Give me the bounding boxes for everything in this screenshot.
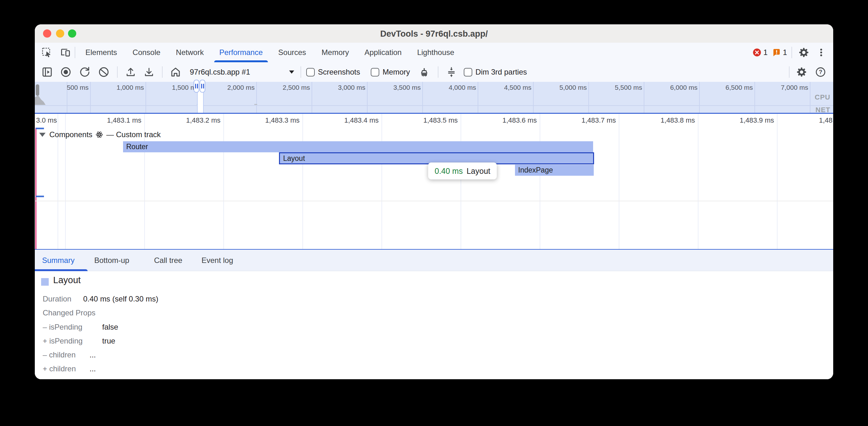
- components-track-header[interactable]: Components — Custom track: [39, 130, 161, 139]
- flame-chart[interactable]: Components — Custom track Router Layout …: [35, 128, 833, 249]
- more-options-icon[interactable]: [815, 47, 827, 58]
- ruler-tick: 3.0 ms: [36, 116, 57, 125]
- device-toolbar-icon[interactable]: [56, 47, 75, 58]
- target-selector[interactable]: 97r6ql.csb.app #1: [190, 68, 294, 76]
- collapse-flame-icon[interactable]: [443, 66, 460, 78]
- ruler-tick: 1,48: [819, 116, 833, 125]
- tab-event-log[interactable]: Event log: [202, 250, 233, 271]
- clear-icon[interactable]: [94, 66, 113, 78]
- save-profile-icon[interactable]: [140, 66, 158, 78]
- screenshots-checkbox[interactable]: Screenshots: [306, 68, 360, 76]
- ruler-tick: 1,483.2 ms: [186, 116, 220, 125]
- ruler-tick: 1,483.1 ms: [107, 116, 142, 125]
- error-counter[interactable]: 1: [752, 48, 767, 57]
- tab-application[interactable]: Application: [364, 43, 401, 62]
- error-icon: [752, 48, 762, 57]
- tab-memory[interactable]: Memory: [322, 43, 349, 62]
- summary-title: Layout: [53, 275, 81, 285]
- close-window-button[interactable]: [43, 29, 51, 38]
- checkbox: [306, 68, 315, 76]
- overview-tick: 5,500 ms: [615, 84, 642, 91]
- tab-bottom-up[interactable]: Bottom-up: [94, 250, 129, 271]
- overview-tick: 3,000 ms: [338, 84, 365, 91]
- overview-tick: 1,000 ms: [117, 84, 144, 91]
- ruler-tick: 1,483.5 ms: [423, 116, 458, 125]
- prop-row: + isPending true: [43, 336, 83, 346]
- overview-tick: 4,000 ms: [449, 84, 476, 91]
- overview-tick: 3,500 ms: [394, 84, 421, 91]
- devtools-window: DevTools - 97r6ql.csb.app/ Elements Cons…: [35, 24, 833, 379]
- duration-row: Duration 0.40 ms (self 0.30 ms): [43, 295, 71, 303]
- warning-counter[interactable]: 1: [772, 48, 787, 57]
- range-left-handle[interactable]: [194, 79, 199, 93]
- divider: [117, 66, 118, 78]
- minimize-window-button[interactable]: [56, 29, 64, 38]
- event-indexpage[interactable]: IndexPage: [515, 165, 594, 176]
- track-name: Components: [49, 130, 92, 139]
- overview-tick: 4,500 ms: [504, 84, 531, 91]
- warning-icon: [772, 48, 781, 57]
- event-color-swatch: [41, 278, 49, 286]
- devtools-tabbar: Elements Console Network Performance Sou…: [35, 43, 833, 63]
- net-lane-divider: [35, 105, 833, 106]
- overview-tick: 2,000 ms: [227, 84, 255, 91]
- load-profile-icon[interactable]: [121, 66, 140, 78]
- divider: [789, 66, 789, 78]
- event-router[interactable]: Router: [123, 141, 593, 152]
- tab-summary[interactable]: Summary: [42, 250, 75, 271]
- toggle-live-metrics-icon[interactable]: [38, 66, 56, 78]
- memory-checkbox[interactable]: Memory: [371, 68, 410, 76]
- divider: [438, 66, 438, 78]
- cpu-activity-hill: [35, 95, 45, 105]
- chevron-down-icon: [289, 70, 294, 74]
- tab-call-tree[interactable]: Call tree: [154, 250, 182, 271]
- tab-console[interactable]: Console: [132, 43, 160, 62]
- record-icon[interactable]: [56, 66, 75, 78]
- record-and-reload-icon[interactable]: [75, 66, 94, 78]
- event-tooltip: 0.40 ms Layout: [428, 162, 497, 179]
- ruler-tick: 1,483.6 ms: [502, 116, 537, 125]
- home-icon[interactable]: [166, 66, 185, 78]
- detail-time-ruler: 3.0 ms 1,483.1 ms 1,483.2 ms 1,483.3 ms …: [35, 114, 833, 128]
- timeline-overview[interactable]: 500 ms 1,000 ms 1,500 ms 2,000 ms 2,500 …: [35, 82, 833, 113]
- help-icon[interactable]: ?: [814, 66, 828, 78]
- collect-garbage-icon[interactable]: [415, 66, 433, 78]
- tab-performance[interactable]: Performance: [219, 43, 262, 62]
- range-right-handle[interactable]: [199, 79, 205, 93]
- prop-row: + children ...: [43, 364, 76, 373]
- settings-gear-icon[interactable]: [797, 47, 811, 58]
- overview-tick: 5,000 ms: [560, 84, 587, 91]
- overview-tick: 7,000 ms: [781, 84, 808, 91]
- tab-lighthouse[interactable]: Lighthouse: [417, 43, 454, 62]
- titlebar: DevTools - 97r6ql.csb.app/: [35, 24, 833, 43]
- capture-settings-gear-icon[interactable]: [795, 66, 809, 78]
- track-suffix: — Custom track: [106, 130, 161, 139]
- tab-elements[interactable]: Elements: [85, 43, 117, 62]
- divider: [162, 66, 163, 78]
- prop-row: – isPending false: [43, 323, 82, 331]
- cpu-activity-start: [36, 85, 39, 96]
- tab-network[interactable]: Network: [176, 43, 204, 62]
- tab-sources[interactable]: Sources: [278, 43, 306, 62]
- ruler-tick: 1,483.3 ms: [265, 116, 300, 125]
- react-atom-icon: [96, 131, 103, 138]
- ruler-tick: 1,483.7 ms: [581, 116, 616, 125]
- tooltip-name: Layout: [467, 167, 490, 176]
- summary-panel: Layout Duration 0.40 ms (self 0.30 ms) C…: [35, 271, 833, 379]
- details-tabbar: Summary Bottom-up Call tree Event log: [35, 250, 833, 271]
- changed-props-row: Changed Props: [43, 308, 96, 317]
- window-title: DevTools - 97r6ql.csb.app/: [35, 24, 833, 43]
- inspect-element-icon[interactable]: [37, 47, 56, 58]
- ruler-tick: 1,483.4 ms: [344, 116, 379, 125]
- ruler-tick: 1,483.9 ms: [740, 116, 774, 125]
- svg-text:?: ?: [819, 69, 823, 75]
- zoom-window-button[interactable]: [68, 29, 76, 38]
- cpu-lane-label: CPU: [815, 93, 830, 101]
- divider: [75, 47, 75, 58]
- checkbox: [371, 68, 379, 76]
- overview-tick: 2,500 ms: [283, 84, 310, 91]
- dim-3rd-parties-checkbox[interactable]: Dim 3rd parties: [464, 68, 527, 76]
- performance-toolbar: 97r6ql.csb.app #1 Screenshots Memory: [35, 62, 833, 82]
- track-scroll-indicator: [36, 128, 44, 129]
- prop-row: – children ...: [43, 351, 75, 359]
